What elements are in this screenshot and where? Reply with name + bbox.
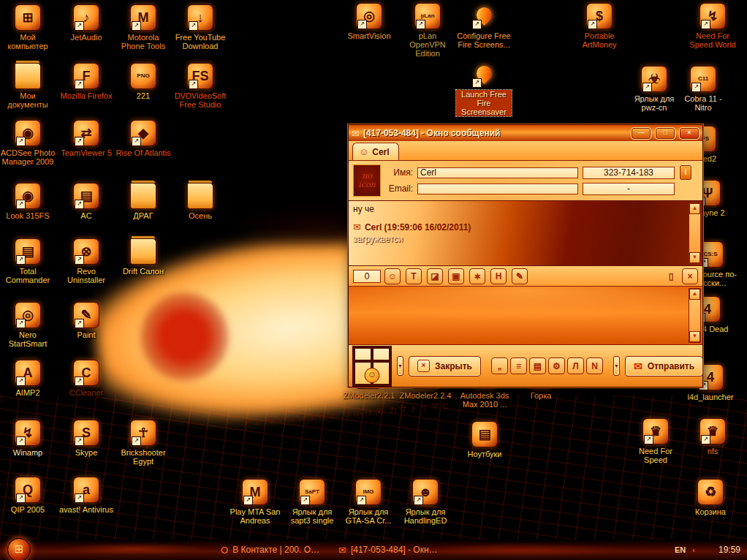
desktop-icon-label: TeamViewer 5 xyxy=(58,148,114,157)
icon-brickshooter-egypt[interactable]: ☥ ↗ Brickshooter Egypt xyxy=(115,420,171,466)
dictionary-icon[interactable]: ▤ xyxy=(529,357,546,374)
icon-acdsee-photo-manager[interactable]: ◉ ↗ ACDSee Photo Manager 2009 xyxy=(0,120,56,166)
folder-star-icon[interactable]: ∗ xyxy=(469,268,485,284)
icon-smartvision[interactable]: ◎ ↗ SmartVision xyxy=(341,3,397,40)
icon-need-for-speed[interactable]: ♛ ↗ Need For Speed xyxy=(628,418,683,464)
desktop-icon-image: ◎ ↗ xyxy=(356,3,382,29)
desktop-icon-image: ⊗ ↗ xyxy=(73,238,99,265)
icon-rise-of-atlantis[interactable]: ◆ ↗ Rise Of Atlantis xyxy=(115,120,171,157)
icon-configure-free-fire-screens[interactable]: ↗ Configure Free Fire Screens... xyxy=(456,3,512,49)
task-icon: O xyxy=(221,545,228,556)
icon-plan-openvpn[interactable]: pLan ↗ pLan OpenVPN Edition xyxy=(400,3,455,58)
icon-ac[interactable]: ▤ ↗ AC xyxy=(58,183,114,220)
log-scrollbar[interactable]: ▲ ▼ xyxy=(689,203,701,264)
icon-avast-antivirus[interactable]: a ↗ avast! Antivirus xyxy=(58,477,114,514)
icon-portable-artmoney[interactable]: $ ↗ Portable ArtMoney xyxy=(572,3,627,49)
desktop-icon-label: Cobra 11 - Nitro xyxy=(675,94,731,112)
shortcut-arrow-icon: ↗ xyxy=(644,435,653,444)
icon-folder-drag[interactable]: ↗ ДРАГ xyxy=(115,183,171,220)
message-input-area[interactable]: ▲ ▼ xyxy=(349,287,702,344)
icon-total-commander[interactable]: ▤ ↗ Total Commander xyxy=(0,238,56,284)
icon-cobra-11-nitro[interactable]: C11 ↗ Cobra 11 - Nitro xyxy=(675,66,731,112)
email-field[interactable] xyxy=(417,183,578,194)
icon-play-mta-san-andreas[interactable]: M ↗ Play MTA San Andreas xyxy=(227,479,283,525)
icon-sapt3-single[interactable]: SaPT ↗ Ярлык для sapt3 single xyxy=(284,479,340,525)
quote-icon[interactable]: „ xyxy=(491,357,508,374)
icon-nfs[interactable]: ♛ ↗ nfs xyxy=(685,418,740,455)
desktop-icon-image: ↗ xyxy=(130,238,156,265)
icon-winamp[interactable]: ↯ ↗ Winamp xyxy=(0,420,56,457)
icon-handling-ed[interactable]: ☻ ↗ Ярлык для HandlingED xyxy=(398,479,453,525)
start-button[interactable]: ⊞ xyxy=(7,538,31,560)
smiley-icon[interactable]: ☺ xyxy=(384,268,401,284)
icon-teamviewer-5[interactable]: ⇄ ↗ TeamViewer 5 xyxy=(58,120,114,157)
icon-png-221[interactable]: PNG ↗ 221 xyxy=(115,63,171,100)
language-indicator[interactable]: EN xyxy=(675,545,686,554)
icon-folder-drift-salon[interactable]: ↗ Drift Салон xyxy=(115,238,171,276)
color-fill-icon[interactable]: ◪ xyxy=(427,268,443,284)
minimize-button[interactable]: — xyxy=(631,127,651,140)
send-button[interactable]: ✉ Отправить xyxy=(625,356,703,377)
save-icon[interactable]: ▣ xyxy=(448,268,464,284)
icon-need-for-speed-world[interactable]: ↯ ↗ Need For Speed World xyxy=(685,3,740,49)
maximize-button[interactable]: □ xyxy=(655,127,675,140)
task-message-window[interactable]: ✉ [417-053-484] - Окн… xyxy=(338,545,438,556)
font-icon[interactable]: T xyxy=(406,268,422,284)
desktop-icon-image: ↓ ↗ xyxy=(187,4,213,31)
close-button[interactable]: × xyxy=(679,127,699,140)
icon-revo-uninstaller[interactable]: ⊗ ↗ Revo Uninstaller xyxy=(58,238,114,284)
icon-gta-sa-cr[interactable]: IMG ↗ Ярлык для GTA-SA Cr... xyxy=(341,479,396,525)
new-page-icon[interactable]: ▯ xyxy=(664,269,678,284)
icon-jetaudio[interactable]: ♪ ↗ JetAudio xyxy=(58,4,114,42)
desktop-icon-image: ◎ ↗ xyxy=(15,302,41,328)
icon-launch-free-fire-screensaver[interactable]: ↗ Launch Free Fire Screensaver xyxy=(456,61,512,116)
scroll-up-icon[interactable]: ▲ xyxy=(689,203,700,214)
scroll-down-icon[interactable]: ▼ xyxy=(689,252,700,263)
image-edit-icon[interactable]: ✎ xyxy=(512,268,528,284)
task-vkontakte[interactable]: O В Контакте | 200. О… xyxy=(221,545,319,556)
close-message-button[interactable]: × Закрыть xyxy=(409,356,481,377)
icon-folder-osen[interactable]: ↗ Осень xyxy=(172,183,228,220)
mid-glyph: „ xyxy=(497,361,501,371)
icon-my-computer[interactable]: ⊞ ↗ Мой компьютер xyxy=(0,4,56,50)
icon-pwz-cn[interactable]: ☣ ↗ Ярлык для pwz-cn xyxy=(626,66,682,112)
info-button[interactable]: i xyxy=(679,164,692,181)
uin-field[interactable]: 323-714-183 xyxy=(583,167,675,179)
icon-recycle-bin[interactable]: ♻ ↗ Корзина xyxy=(683,479,738,516)
spellcheck-icon[interactable]: N xyxy=(586,357,603,374)
icon-paint[interactable]: ✎ ↗ Paint xyxy=(58,302,114,339)
name-field[interactable] xyxy=(417,167,578,178)
toolbar-close-button[interactable]: × xyxy=(682,268,698,284)
tab-bar: ☺ Cerl xyxy=(349,141,702,161)
icon-skype[interactable]: S ↗ Skype xyxy=(58,420,114,457)
icon-noutbuki[interactable]: ▤ ↗ Ноутбуки xyxy=(457,421,512,458)
desktop-icon-label: DVDVideoSoft Free Studio xyxy=(172,91,228,109)
icon-ccleaner[interactable]: C ↗ CCleaner xyxy=(58,360,114,397)
history-icon[interactable]: H xyxy=(490,268,507,284)
notes-icon[interactable]: ≡ xyxy=(510,357,527,374)
icon-nero-startsmart[interactable]: ◎ ↗ Nero StartSmart xyxy=(0,302,56,348)
icon-qip-2005[interactable]: Q ↗ QIP 2005 xyxy=(0,477,56,514)
window-titlebar[interactable]: ✉ [417-053-484] - Окно сообщений — □ × xyxy=(349,125,702,141)
tab-cerl[interactable]: ☺ Cerl xyxy=(352,143,399,160)
window-bottom-bar: ☺ ▼ × Закрыть „≡▤⚙ЛN ▼ ✉ Отправить xyxy=(349,344,702,387)
send-options-dropdown[interactable]: ▼ xyxy=(613,356,620,376)
icon-aimp2[interactable]: A ↗ AIMP2 xyxy=(0,360,56,397)
wrench-icon[interactable]: ⚙ xyxy=(548,357,565,374)
shortcut-arrow-icon: ↗ xyxy=(75,255,84,265)
shortcut-arrow-icon: ↗ xyxy=(189,21,198,31)
icon-dvdvideosoft-free-studio[interactable]: FS ↗ DVDVideoSoft Free Studio xyxy=(172,63,228,109)
scroll-down-icon[interactable]: ▼ xyxy=(689,331,700,342)
desktop-icon-label: Мои документы xyxy=(0,91,56,109)
icon-mozilla-firefox[interactable]: F ↗ Mozilla Firefox xyxy=(58,63,114,100)
tray-chevron-icon[interactable]: ‹ xyxy=(692,545,695,554)
icon-motorola-phone-tools[interactable]: M ↗ Motorola Phone Tools xyxy=(115,4,171,50)
desktop-icon-label: Free YouTube Download xyxy=(172,33,228,50)
icon-my-documents[interactable]: ↗ Мои документы xyxy=(0,63,56,109)
translit-icon[interactable]: Л xyxy=(567,357,584,374)
close-options-dropdown[interactable]: ▼ xyxy=(397,356,403,376)
icon-look-315fs[interactable]: ◉ ↗ Look 315FS xyxy=(0,183,56,220)
icon-free-youtube-download[interactable]: ↓ ↗ Free YouTube Download xyxy=(172,4,228,50)
input-scrollbar[interactable]: ▲ ▼ xyxy=(689,288,701,343)
scroll-up-icon[interactable]: ▲ xyxy=(689,289,700,300)
